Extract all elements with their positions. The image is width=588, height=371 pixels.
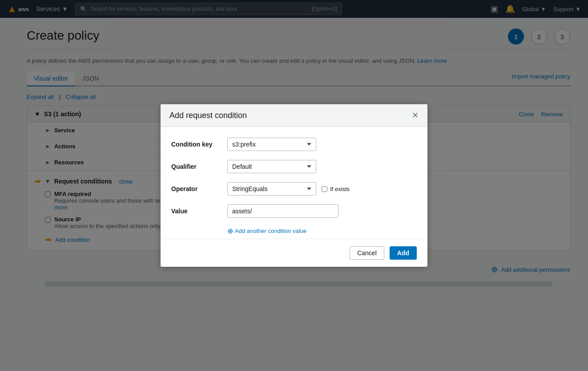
modal-footer: Cancel Add xyxy=(161,239,427,267)
condition-key-control: s3:prefixs3:delimiters3:max-keysaws:Curr… xyxy=(227,138,417,151)
modal-header: Add request condition ✕ xyxy=(161,104,427,127)
cancel-button[interactable]: Cancel xyxy=(350,246,384,260)
if-exists-checkbox[interactable] xyxy=(322,186,327,192)
value-control xyxy=(227,204,417,218)
modal-close-button[interactable]: ✕ xyxy=(412,110,419,120)
operator-select[interactable]: StringEqualsStringNotEqualsStringLikeStr… xyxy=(227,182,316,196)
operator-row: Operator StringEqualsStringNotEqualsStri… xyxy=(171,182,417,196)
add-request-condition-modal: Add request condition ✕ Condition key s3… xyxy=(161,104,427,267)
add-another-label[interactable]: Add another condition value xyxy=(235,228,306,234)
if-exists-control: If exists xyxy=(322,186,350,192)
qualifier-row: Qualifier DefaultForAllValuesForAnyValue xyxy=(171,160,417,173)
condition-key-label: Condition key xyxy=(171,141,220,148)
qualifier-label: Qualifier xyxy=(171,163,220,170)
add-button[interactable]: Add xyxy=(390,246,417,260)
add-another-condition-row[interactable]: ⊕ Add another condition value xyxy=(227,227,417,235)
qualifier-control: DefaultForAllValuesForAnyValue xyxy=(227,160,417,173)
modal-title: Add request condition xyxy=(169,111,247,120)
condition-key-select[interactable]: s3:prefixs3:delimiters3:max-keysaws:Curr… xyxy=(227,138,316,151)
qualifier-select[interactable]: DefaultForAllValuesForAnyValue xyxy=(227,160,316,173)
if-exists-label[interactable]: If exists xyxy=(330,186,350,192)
modal-overlay: Add request condition ✕ Condition key s3… xyxy=(0,0,588,301)
operator-label: Operator xyxy=(171,185,220,192)
value-row: Value xyxy=(171,204,417,218)
value-input[interactable] xyxy=(227,204,338,218)
modal-body: Condition key s3:prefixs3:delimiters3:ma… xyxy=(161,127,427,239)
value-label: Value xyxy=(171,208,220,215)
operator-control: StringEqualsStringNotEqualsStringLikeStr… xyxy=(227,182,417,196)
plus-icon: ⊕ xyxy=(227,227,233,235)
condition-key-row: Condition key s3:prefixs3:delimiters3:ma… xyxy=(171,138,417,151)
